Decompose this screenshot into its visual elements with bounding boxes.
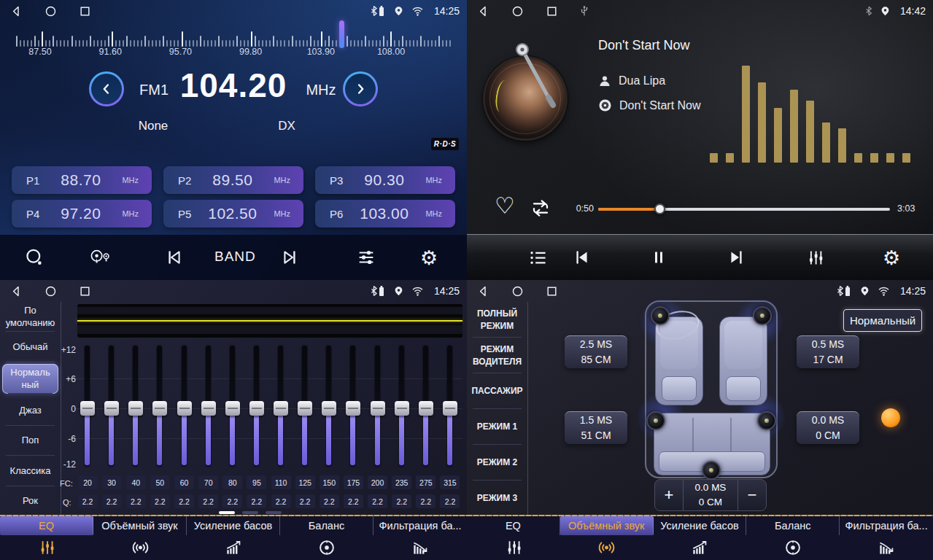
back-button[interactable]: [477, 5, 489, 18]
pause-button[interactable]: [646, 244, 672, 271]
slider-thumb[interactable]: [128, 401, 143, 416]
favorite-button[interactable]: ♡: [490, 194, 519, 218]
rear-right-speaker[interactable]: [757, 411, 776, 430]
fc-value-chip[interactable]: 70: [198, 475, 218, 489]
slider-thumb[interactable]: [443, 401, 457, 416]
slider-thumb[interactable]: [152, 401, 167, 416]
eq-preset-item-2[interactable]: Нормальный: [2, 364, 58, 394]
listening-position-marker[interactable]: [881, 408, 900, 427]
fc-value-chip[interactable]: 275: [416, 475, 435, 489]
playlist-button[interactable]: [524, 244, 551, 271]
fc-value-chip[interactable]: 175: [344, 475, 363, 489]
slider-thumb[interactable]: [322, 401, 336, 416]
settings-button[interactable]: ⚙: [878, 244, 905, 271]
eq-band-slider-235[interactable]: [395, 344, 409, 468]
preset-button-p6[interactable]: P6103.00MHz: [315, 200, 455, 228]
eq-preset-item-1[interactable]: Обычай: [0, 332, 61, 362]
prev-station-button[interactable]: [160, 244, 187, 271]
q-value-chip[interactable]: 2.2: [368, 494, 387, 508]
tab-filter[interactable]: Фильтрация ба...: [840, 516, 933, 560]
recents-button[interactable]: [79, 5, 91, 18]
fc-value-chip[interactable]: 60: [174, 475, 194, 489]
fc-value-chip[interactable]: 95: [247, 475, 266, 489]
q-value-chip[interactable]: 2.2: [416, 494, 435, 508]
listening-mode-item-1[interactable]: РЕЖИМ ВОДИТЕЛЯ: [467, 338, 527, 373]
listening-mode-item-3[interactable]: РЕЖИМ 1: [467, 409, 527, 445]
front-left-speaker[interactable]: [651, 306, 670, 325]
next-station-button[interactable]: [277, 244, 303, 271]
progress-bar[interactable]: [598, 208, 890, 211]
delay-minus-button[interactable]: −: [738, 480, 766, 510]
tuned-frequency-pointer[interactable]: [339, 20, 344, 48]
q-value-chip[interactable]: 2.2: [222, 494, 242, 508]
frequency-ruler[interactable]: [16, 25, 449, 47]
broadcast-button[interactable]: [86, 244, 115, 271]
preset-button-p5[interactable]: P5102.50MHz: [163, 200, 303, 228]
tab-surround[interactable]: Объёмный звук: [560, 516, 654, 560]
recents-button[interactable]: [546, 5, 558, 18]
tab-filter[interactable]: Фильтрация ба...: [373, 516, 467, 560]
fc-value-chip[interactable]: 110: [271, 475, 291, 489]
delay-plus-button[interactable]: +: [655, 480, 683, 510]
rear-left-delay-chip[interactable]: 1.5 MS 51 CM: [565, 411, 627, 444]
q-value-chip[interactable]: 2.2: [320, 494, 339, 508]
slider-thumb[interactable]: [201, 401, 216, 416]
preset-button-p3[interactable]: P390.30MHz: [315, 166, 455, 194]
eq-preset-item-6[interactable]: Рок: [0, 486, 61, 516]
eq-band-slider-95[interactable]: [249, 344, 264, 468]
scan-button[interactable]: [21, 244, 47, 271]
tab-bass-boost[interactable]: Усиление басов: [654, 516, 747, 560]
eq-band-slider-110[interactable]: [274, 344, 288, 468]
listening-mode-item-0[interactable]: ПОЛНЫЙ РЕЖИМ: [467, 302, 527, 338]
preset-button-p2[interactable]: P289.50MHz: [163, 166, 303, 194]
eq-band-slider-50[interactable]: [152, 344, 167, 468]
q-value-chip[interactable]: 2.2: [344, 494, 363, 508]
slider-thumb[interactable]: [419, 401, 433, 416]
eq-preset-item-5[interactable]: Классика: [0, 456, 61, 486]
listening-mode-item-4[interactable]: РЕЖИМ 2: [467, 445, 527, 481]
home-button[interactable]: [44, 285, 57, 298]
preset-button-p1[interactable]: P188.70MHz: [12, 166, 152, 194]
settings-button[interactable]: ⚙: [416, 244, 442, 271]
slider-thumb[interactable]: [346, 401, 360, 416]
home-button[interactable]: [511, 285, 524, 298]
back-button[interactable]: [10, 5, 23, 18]
eq-band-slider-150[interactable]: [322, 344, 336, 468]
q-value-chip[interactable]: 2.2: [440, 494, 460, 508]
home-button[interactable]: [511, 5, 524, 18]
fc-value-chip[interactable]: 30: [102, 475, 122, 489]
slider-thumb[interactable]: [395, 401, 409, 416]
eq-settings-button[interactable]: [353, 244, 379, 271]
band-button[interactable]: BAND: [210, 248, 255, 265]
slider-thumb[interactable]: [225, 401, 240, 416]
eq-preset-item-4[interactable]: Поп: [0, 426, 61, 456]
fc-value-chip[interactable]: 315: [440, 475, 460, 489]
slider-thumb[interactable]: [371, 401, 385, 416]
fc-value-chip[interactable]: 20: [78, 475, 98, 489]
tab-bass-boost[interactable]: Усиление басов: [187, 516, 280, 560]
fc-value-chip[interactable]: 235: [392, 475, 411, 489]
eq-preset-item-0[interactable]: По умолчанию: [0, 302, 61, 332]
q-value-chip[interactable]: 2.2: [102, 494, 122, 508]
slider-thumb[interactable]: [249, 401, 264, 416]
q-value-chip[interactable]: 2.2: [271, 494, 291, 508]
slider-thumb[interactable]: [80, 401, 95, 416]
front-left-delay-chip[interactable]: 2.5 MS 85 CM: [565, 335, 627, 368]
tab-surround[interactable]: Объёмный звук: [93, 516, 187, 560]
tab-balance[interactable]: Баланс: [280, 516, 373, 560]
tune-up-button[interactable]: [343, 71, 378, 106]
q-value-chip[interactable]: 2.2: [392, 494, 411, 508]
eq-band-slider-315[interactable]: [443, 344, 457, 468]
sound-preset-button[interactable]: Нормальный: [843, 309, 922, 332]
eq-band-slider-80[interactable]: [225, 344, 240, 468]
eq-preset-item-3[interactable]: Джаз: [0, 395, 61, 425]
fc-value-chip[interactable]: 150: [320, 475, 339, 489]
recents-button[interactable]: [546, 285, 558, 298]
prev-track-button[interactable]: [568, 244, 595, 271]
front-right-speaker[interactable]: [753, 306, 772, 325]
q-value-chip[interactable]: 2.2: [247, 494, 266, 508]
slider-thumb[interactable]: [274, 401, 288, 416]
eq-band-slider-20[interactable]: [80, 344, 95, 468]
slider-thumb[interactable]: [177, 401, 192, 416]
eq-band-slider-40[interactable]: [128, 344, 143, 468]
